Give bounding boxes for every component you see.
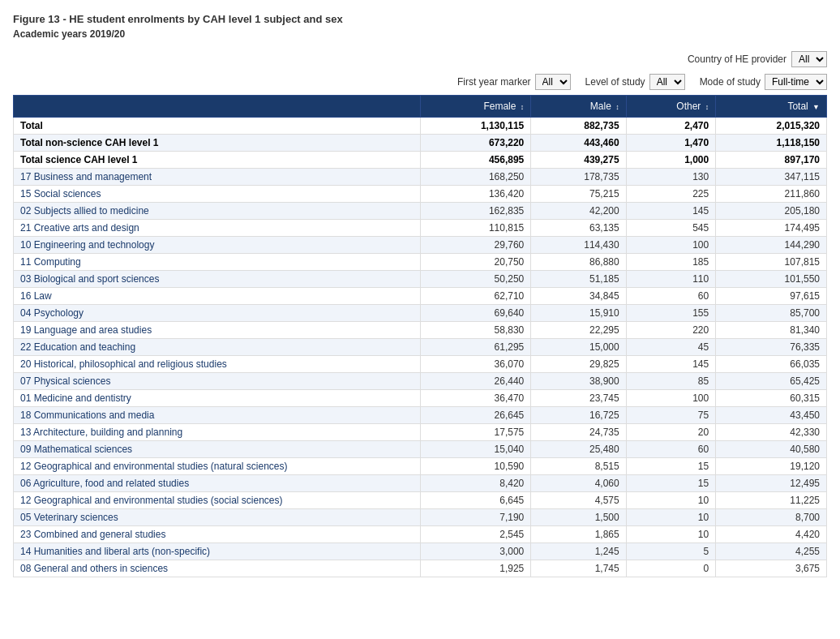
total-cell: 2,015,320: [716, 118, 827, 135]
total-cell: 1,118,150: [716, 135, 827, 152]
other-cell: 15: [626, 475, 716, 492]
male-cell: 29,825: [531, 356, 626, 373]
male-cell: 24,735: [531, 424, 626, 441]
subject-cell: 12 Geographical and environmental studie…: [14, 492, 421, 509]
female-cell: 3,000: [420, 543, 531, 560]
female-cell: 1,130,115: [420, 118, 531, 135]
subject-cell: 16 Law: [14, 288, 421, 305]
col-header-male[interactable]: Male ↕: [531, 96, 626, 118]
other-cell: 545: [626, 220, 716, 237]
male-cell: 882,735: [531, 118, 626, 135]
table-row: Total non-science CAH level 1 673,220 44…: [14, 135, 827, 152]
female-cell: 6,645: [420, 492, 531, 509]
total-cell: 144,290: [716, 237, 827, 254]
subject-cell: 04 Psychology: [14, 305, 421, 322]
country-label: Country of HE provider: [688, 54, 786, 65]
other-cell: 1,000: [626, 152, 716, 169]
male-cell: 75,215: [531, 186, 626, 203]
data-table: Female ↕ Male ↕ Other ↕ Total ▼ Total 1,…: [13, 95, 827, 577]
country-select[interactable]: All: [791, 51, 827, 67]
female-cell: 36,470: [420, 390, 531, 407]
female-cell: 15,040: [420, 441, 531, 458]
female-cell: 168,250: [420, 169, 531, 186]
male-cell: 15,910: [531, 305, 626, 322]
male-cell: 86,880: [531, 254, 626, 271]
male-cell: 42,200: [531, 203, 626, 220]
subject-cell: 05 Veterinary sciences: [14, 509, 421, 526]
col-header-subject: [14, 96, 421, 118]
col-header-total[interactable]: Total ▼: [716, 96, 827, 118]
total-cell: 65,425: [716, 373, 827, 390]
total-cell: 85,700: [716, 305, 827, 322]
other-cell: 5: [626, 543, 716, 560]
subject-cell: 14 Humanities and liberal arts (non-spec…: [14, 543, 421, 560]
subject-cell: 17 Business and management: [14, 169, 421, 186]
first-year-select[interactable]: All: [535, 74, 571, 90]
total-cell: 174,495: [716, 220, 827, 237]
table-row: 14 Humanities and liberal arts (non-spec…: [14, 543, 827, 560]
table-row: 10 Engineering and technology 29,760 114…: [14, 237, 827, 254]
other-cell: 10: [626, 526, 716, 543]
subject-cell: 03 Biological and sport sciences: [14, 271, 421, 288]
female-cell: 58,830: [420, 322, 531, 339]
other-cell: 60: [626, 441, 716, 458]
male-cell: 51,185: [531, 271, 626, 288]
subject-cell: 21 Creative arts and design: [14, 220, 421, 237]
table-row: 18 Communications and media 26,645 16,72…: [14, 407, 827, 424]
subject-cell: 20 Historical, philosophical and religio…: [14, 356, 421, 373]
total-cell: 107,815: [716, 254, 827, 271]
female-cell: 162,835: [420, 203, 531, 220]
male-cell: 8,515: [531, 458, 626, 475]
female-cell: 29,760: [420, 237, 531, 254]
female-cell: 17,575: [420, 424, 531, 441]
female-cell: 20,750: [420, 254, 531, 271]
male-cell: 4,575: [531, 492, 626, 509]
other-cell: 100: [626, 390, 716, 407]
mode-of-study-select[interactable]: Full-time: [765, 74, 827, 90]
other-cell: 60: [626, 288, 716, 305]
total-cell: 211,860: [716, 186, 827, 203]
female-cell: 2,545: [420, 526, 531, 543]
table-row: 03 Biological and sport sciences 50,250 …: [14, 271, 827, 288]
male-cell: 1,245: [531, 543, 626, 560]
subject-cell: 06 Agriculture, food and related studies: [14, 475, 421, 492]
subject-cell: 19 Language and area studies: [14, 322, 421, 339]
col-header-female[interactable]: Female ↕: [420, 96, 531, 118]
female-cell: 8,420: [420, 475, 531, 492]
other-cell: 155: [626, 305, 716, 322]
total-cell: 40,580: [716, 441, 827, 458]
subject-cell: Total non-science CAH level 1: [14, 135, 421, 152]
other-cell: 75: [626, 407, 716, 424]
total-cell: 11,225: [716, 492, 827, 509]
other-cell: 225: [626, 186, 716, 203]
subject-cell: 02 Subjects allied to medicine: [14, 203, 421, 220]
table-row: Total 1,130,115 882,735 2,470 2,015,320: [14, 118, 827, 135]
level-of-study-select[interactable]: All: [649, 74, 685, 90]
other-cell: 220: [626, 322, 716, 339]
figure-title: Figure 13 - HE student enrolments by CAH…: [13, 13, 827, 25]
total-cell: 101,550: [716, 271, 827, 288]
male-cell: 1,865: [531, 526, 626, 543]
table-row: 23 Combined and general studies 2,545 1,…: [14, 526, 827, 543]
subject-cell: 18 Communications and media: [14, 407, 421, 424]
total-cell: 97,615: [716, 288, 827, 305]
female-cell: 69,640: [420, 305, 531, 322]
col-header-other[interactable]: Other ↕: [626, 96, 716, 118]
subject-cell: 12 Geographical and environmental studie…: [14, 458, 421, 475]
total-cell: 4,420: [716, 526, 827, 543]
female-cell: 61,295: [420, 339, 531, 356]
total-cell: 4,255: [716, 543, 827, 560]
table-row: 12 Geographical and environmental studie…: [14, 492, 827, 509]
total-cell: 19,120: [716, 458, 827, 475]
male-cell: 23,745: [531, 390, 626, 407]
table-row: 05 Veterinary sciences 7,190 1,500 10 8,…: [14, 509, 827, 526]
other-cell: 130: [626, 169, 716, 186]
female-cell: 26,645: [420, 407, 531, 424]
other-cell: 10: [626, 492, 716, 509]
table-row: 04 Psychology 69,640 15,910 155 85,700: [14, 305, 827, 322]
total-cell: 3,675: [716, 560, 827, 577]
other-cell: 185: [626, 254, 716, 271]
table-row: 06 Agriculture, food and related studies…: [14, 475, 827, 492]
total-cell: 8,700: [716, 509, 827, 526]
female-cell: 10,590: [420, 458, 531, 475]
